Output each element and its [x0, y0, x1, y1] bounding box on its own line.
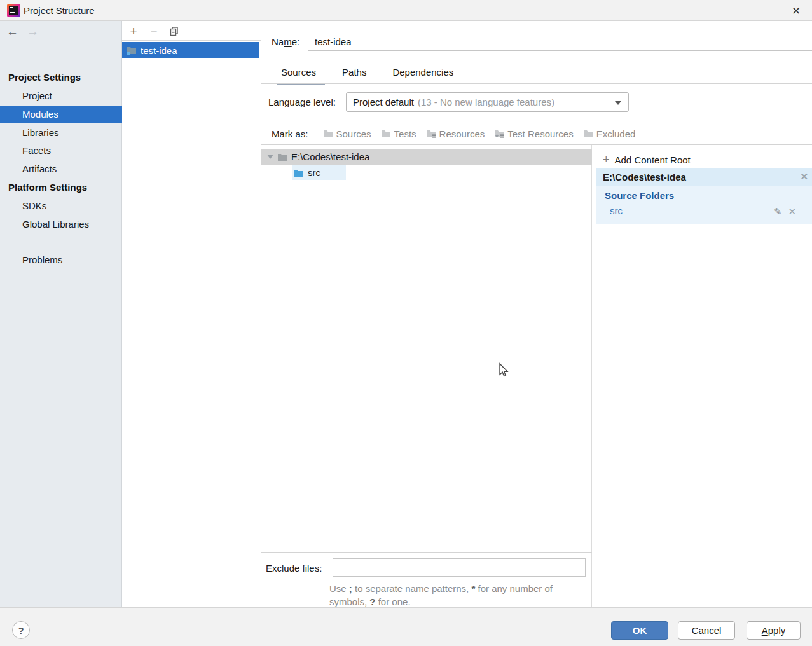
src-folder-label: src	[308, 167, 320, 178]
chevron-down-icon	[615, 101, 621, 105]
help-button[interactable]: ?	[12, 621, 30, 639]
sidebar-item-artifacts[interactable]: Artifacts	[0, 160, 122, 178]
source-folders-title: Source Folders	[605, 190, 674, 201]
content-root-details-panel: + Add Content Root E:\Codes\test-idea ✕ …	[596, 145, 812, 607]
remove-module-icon[interactable]: −	[146, 24, 162, 39]
close-icon[interactable]: ✕	[787, 3, 805, 19]
mark-as-label: Mark as:	[272, 128, 308, 139]
source-folder-name: src	[610, 205, 623, 216]
folder-lines-icon	[426, 129, 436, 138]
add-module-icon[interactable]: +	[126, 24, 141, 39]
remove-content-root-icon[interactable]: ✕	[800, 171, 808, 182]
window-title: Project Structure	[24, 5, 95, 16]
source-folders-section: Source Folders src ✎ ✕	[596, 186, 812, 224]
module-toolbar: + −	[122, 21, 261, 41]
folder-icon	[277, 153, 287, 162]
cancel-button[interactable]: Cancel	[678, 621, 735, 640]
remove-source-folder-icon[interactable]: ✕	[788, 206, 797, 217]
sidebar-item-problems[interactable]: Problems	[0, 251, 122, 269]
language-level-dropdown[interactable]: Project default (13 - No new language fe…	[346, 92, 629, 112]
add-content-root-button[interactable]: + Add Content Root	[596, 151, 812, 168]
sidebar-item-facets[interactable]: Facets	[0, 142, 122, 160]
exclude-files-hint: Use ; to separate name patterns, * for a…	[329, 582, 584, 608]
intellij-idea-icon	[7, 4, 20, 17]
settings-sidebar: ← → Project Settings Project Modules Lib…	[0, 21, 122, 607]
exclude-files-label: Exclude files:	[266, 563, 322, 574]
module-list-item-test-idea[interactable]: test-idea	[122, 42, 259, 58]
content-root-path: E:\Codes\test-idea	[291, 151, 369, 162]
language-level-value: Project default	[353, 97, 414, 107]
module-name-input[interactable]	[308, 32, 812, 51]
tabs-divider	[261, 83, 812, 84]
tree-row-src[interactable]: src	[261, 165, 592, 181]
folder-icon	[381, 129, 391, 138]
tab-sources[interactable]: Sources	[279, 67, 319, 85]
forward-arrow-icon[interactable]: →	[27, 25, 39, 39]
mark-as-tests-button[interactable]: Tests	[381, 128, 416, 139]
folder-icon	[583, 129, 593, 138]
content-root-header-path: E:\Codes\test-idea	[603, 172, 686, 182]
mark-as-sources-button[interactable]: Sources	[323, 128, 371, 139]
tab-dependencies[interactable]: Dependencies	[390, 67, 456, 85]
collapse-triangle-icon[interactable]	[267, 155, 273, 159]
sidebar-item-sdks[interactable]: SDKs	[0, 197, 122, 215]
sidebar-item-global-libraries[interactable]: Global Libraries	[0, 216, 122, 233]
copy-module-icon[interactable]	[167, 24, 182, 39]
module-name: test-idea	[141, 45, 177, 56]
tab-paths[interactable]: Paths	[340, 67, 369, 85]
language-level-hint: (13 - No new language features)	[418, 97, 554, 107]
folder-lines-diamond-icon	[494, 129, 504, 138]
exclude-section-divider	[261, 552, 592, 553]
tree-row-content-root[interactable]: E:\Codes\test-idea	[261, 149, 592, 165]
apply-button[interactable]: Apply	[747, 621, 801, 640]
section-header-project-settings: Project Settings	[8, 72, 81, 83]
content-root-tree: E:\Codes\test-idea src Exclude files: Us…	[261, 145, 592, 607]
module-list-panel: + − test-idea	[122, 21, 261, 607]
exclude-files-input[interactable]	[333, 558, 586, 577]
sidebar-item-project[interactable]: Project	[0, 87, 122, 105]
sidebar-item-libraries[interactable]: Libraries	[0, 124, 122, 142]
dialog-footer: ? OK Cancel Apply	[0, 607, 812, 646]
mark-as-test-resources-button[interactable]: Test Resources	[494, 128, 573, 139]
folder-icon	[323, 129, 333, 138]
content-root-header[interactable]: E:\Codes\test-idea ✕	[596, 168, 812, 186]
sidebar-item-modules[interactable]: Modules	[0, 106, 122, 123]
title-bar: Project Structure ✕	[0, 0, 812, 21]
edit-pencil-icon[interactable]: ✎	[774, 206, 782, 217]
editor-tabs: Sources Paths Dependencies	[279, 67, 456, 85]
back-arrow-icon[interactable]: ←	[6, 25, 18, 39]
module-editor-panel: Name: Sources Paths Dependencies Languag…	[261, 21, 812, 607]
sidebar-divider	[5, 242, 112, 242]
mark-as-resources-button[interactable]: Resources	[426, 128, 485, 139]
mark-as-excluded-button[interactable]: Excluded	[583, 128, 636, 139]
module-icon	[127, 46, 137, 55]
section-header-platform-settings: Platform Settings	[8, 182, 87, 193]
source-folder-row[interactable]: src ✎ ✕	[610, 205, 801, 217]
language-level-label: Language level:	[268, 97, 336, 107]
plus-icon: +	[603, 153, 610, 167]
ok-button[interactable]: OK	[611, 621, 668, 640]
name-label: Name:	[272, 36, 299, 47]
mark-as-toolbar: Mark as: Sources Tests Resources Test Re…	[261, 123, 812, 144]
source-folder-icon	[293, 168, 303, 177]
